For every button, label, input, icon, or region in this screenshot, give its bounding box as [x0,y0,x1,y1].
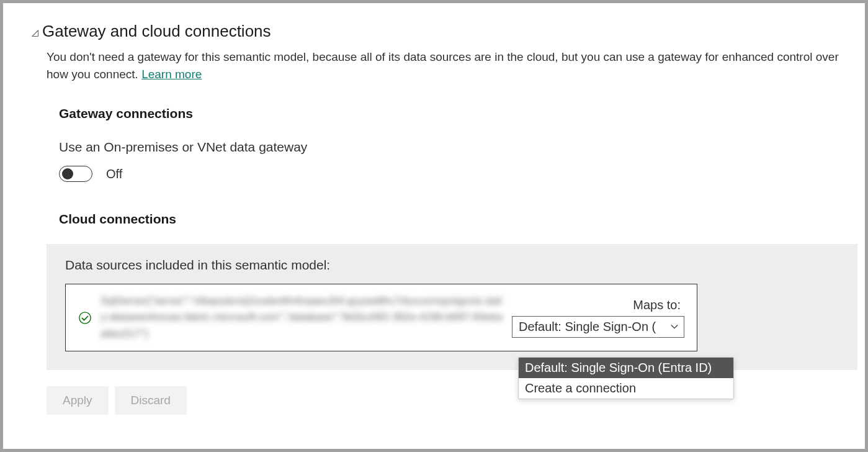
apply-button[interactable]: Apply [47,386,109,415]
dropdown-option-create-connection[interactable]: Create a connection [519,378,733,399]
cloud-connections-title: Cloud connections [59,212,857,227]
data-source-connection-string: SqlServer{"server":"n6wpodcmj2oudentfn4n… [101,293,503,342]
page-title: Gateway and cloud connections [42,22,271,41]
chevron-down-icon [670,322,679,331]
checkmark-icon [78,311,92,325]
learn-more-link[interactable]: Learn more [141,68,202,81]
connection-dropdown-menu: Default: Single Sign-On (Entra ID) Creat… [518,357,734,399]
data-sources-panel: Data sources included in this semantic m… [47,244,857,370]
section-description: You don't need a gateway for this semant… [47,48,857,83]
maps-to-label: Maps to: [633,298,684,312]
toggle-knob [62,168,73,179]
gateway-connections-title: Gateway connections [59,106,857,121]
connection-dropdown[interactable]: Default: Single Sign-On ( [512,316,684,338]
collapse-icon[interactable]: ◿ [32,28,38,37]
dropdown-selected-text: Default: Single Sign-On ( [519,320,656,334]
discard-button[interactable]: Discard [115,386,187,415]
dropdown-option-default-sso[interactable]: Default: Single Sign-On (Entra ID) [519,358,733,378]
gateway-toggle[interactable] [59,166,92,182]
toggle-state-label: Off [106,167,122,181]
data-source-row: SqlServer{"server":"n6wpodcmj2oudentfn4n… [65,284,697,351]
svg-point-0 [79,312,91,323]
data-sources-title: Data sources included in this semantic m… [65,258,839,273]
gateway-toggle-label: Use an On-premises or VNet data gateway [59,140,857,155]
section-header: ◿ Gateway and cloud connections [32,22,857,41]
